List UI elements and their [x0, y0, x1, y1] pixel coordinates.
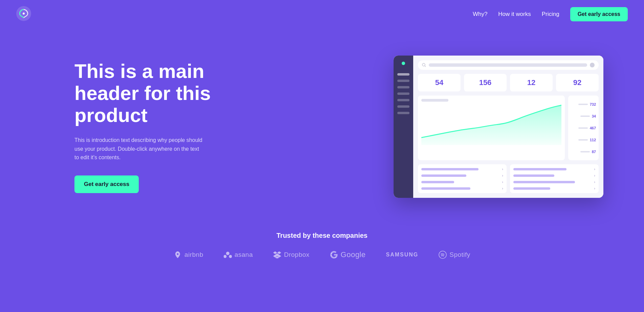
svg-point-4: [226, 252, 229, 255]
stat-card-1: 54: [418, 74, 461, 91]
legend-line: [578, 127, 588, 129]
list-bar: [421, 168, 479, 170]
legend-line: [578, 104, 588, 105]
legend-item-2: 34: [571, 114, 596, 118]
line-chart: [418, 96, 565, 160]
list-row: ›: [513, 180, 595, 184]
list-bar: [513, 181, 575, 183]
legend-item-1: 732: [571, 102, 596, 106]
svg-point-5: [224, 255, 227, 258]
list-bar: [421, 181, 454, 183]
dashboard-sidebar: [394, 56, 413, 198]
arrow-icon: ›: [502, 186, 503, 190]
sidebar-dot: [402, 62, 405, 65]
stats-row: 54 156 12 92: [418, 74, 599, 91]
chart-legend: 732 34 467 112: [568, 96, 599, 160]
search-bar-placeholder: [429, 63, 587, 67]
hero-cta-button[interactable]: Get early access: [74, 175, 139, 193]
logo-dropbox: Dropbox: [273, 251, 309, 258]
stat-card-4: 92: [556, 74, 599, 91]
stat-card-3: 12: [510, 74, 553, 91]
logo-samsung: SAMSUNG: [386, 252, 419, 258]
hero-text-block: This is a main header for this product T…: [74, 60, 217, 193]
list-bar: [421, 187, 470, 190]
logo-google: Google: [330, 250, 366, 259]
list-row: ›: [421, 186, 503, 190]
google-icon: [330, 251, 338, 259]
dropbox-icon: [273, 251, 281, 258]
svg-marker-8: [277, 251, 281, 254]
dashboard-search: [418, 60, 599, 70]
arrow-icon: ›: [594, 180, 595, 184]
arrow-icon: ›: [502, 180, 503, 184]
logo-airbnb: airbnb: [174, 251, 203, 259]
list-row: ›: [513, 173, 595, 178]
sidebar-nav-item: [397, 105, 409, 108]
svg-line-3: [425, 66, 426, 67]
nav-pricing[interactable]: Pricing: [542, 11, 559, 18]
sidebar-nav-item: [397, 99, 409, 101]
list-bar: [421, 174, 466, 177]
trusted-section: Trusted by these companies airbnb asana: [0, 225, 644, 273]
arrow-icon: ›: [594, 167, 595, 171]
airbnb-icon: [174, 251, 182, 259]
asana-icon: [224, 251, 232, 258]
legend-line: [578, 139, 588, 141]
logo-asana: asana: [224, 251, 253, 258]
stat-card-2: 156: [464, 74, 507, 91]
legend-line: [580, 151, 590, 152]
sidebar-nav-item: [397, 92, 409, 95]
arrow-icon: ›: [594, 186, 595, 190]
nav-cta-button[interactable]: Get early access: [570, 7, 628, 21]
list-bar: [513, 174, 554, 177]
nav-why[interactable]: Why?: [473, 11, 487, 18]
nav-links: Why? How it works Pricing Get early acce…: [473, 7, 628, 21]
arrow-icon: ›: [502, 173, 503, 178]
list-row: ›: [513, 186, 595, 190]
legend-item-4: 112: [571, 138, 596, 142]
navbar: Why? How it works Pricing Get early acce…: [0, 0, 644, 28]
legend-line: [580, 116, 590, 117]
arrow-icon: ›: [502, 167, 503, 171]
bottom-card-right: › › › ›: [510, 164, 599, 193]
hero-subtitle: This is introduction text describing why…: [74, 136, 203, 162]
hero-section: This is a main header for this product T…: [0, 28, 644, 225]
sidebar-nav-item: [397, 86, 409, 88]
sidebar-nav-item: [397, 80, 409, 82]
list-row: ›: [421, 173, 503, 178]
nav-how-it-works[interactable]: How it works: [498, 11, 531, 18]
trusted-logos: airbnb asana Dropbox: [0, 250, 644, 259]
svg-point-2: [422, 63, 425, 66]
list-row: ›: [513, 167, 595, 171]
legend-item-3: 467: [571, 126, 596, 130]
dashboard-mockup: 54 156 12 92: [394, 56, 603, 198]
list-bar: [513, 168, 567, 170]
list-row: ›: [421, 180, 503, 184]
logo-spotify: Spotify: [439, 251, 470, 259]
dashboard-main: 54 156 12 92: [413, 56, 603, 198]
svg-point-6: [229, 255, 232, 258]
svg-marker-7: [273, 251, 277, 254]
sidebar-nav-item: [397, 112, 409, 114]
hero-title: This is a main header for this product: [74, 60, 217, 126]
chart-row: 732 34 467 112: [418, 96, 599, 160]
bottom-cards-row: › › › ›: [418, 164, 599, 193]
chart-svg: [421, 104, 561, 145]
list-row: ›: [421, 167, 503, 171]
bottom-card-left: › › › ›: [418, 164, 507, 193]
search-icon: [422, 63, 426, 67]
svg-point-1: [23, 13, 25, 15]
logo: [16, 6, 31, 22]
arrow-icon: ›: [594, 173, 595, 178]
search-circle: [590, 63, 595, 67]
trusted-title: Trusted by these companies: [0, 232, 644, 240]
legend-item-5: 87: [571, 150, 596, 154]
dashboard-window: 54 156 12 92: [394, 56, 603, 198]
sidebar-nav-item: [397, 73, 409, 76]
chart-title-placeholder: [421, 99, 448, 102]
list-bar: [513, 187, 550, 190]
spotify-icon: [439, 251, 447, 259]
